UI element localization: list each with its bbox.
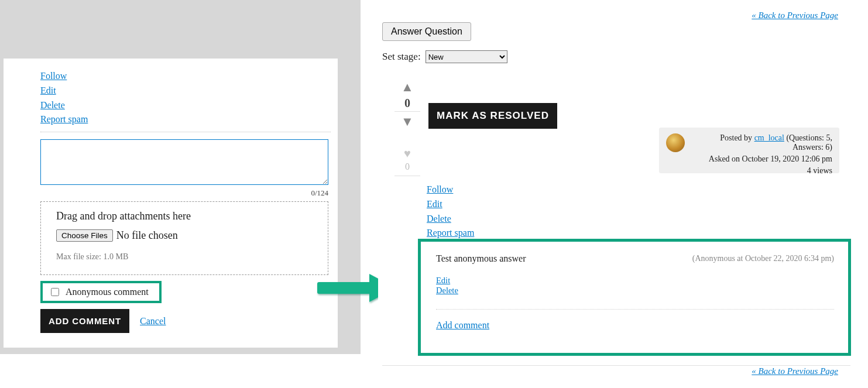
svg-rect-0: [317, 282, 371, 294]
divider: [40, 132, 331, 132]
comment-textarea[interactable]: [40, 139, 328, 185]
posted-by-line: Posted by cm_local (Questions: 5, Answer…: [689, 133, 832, 152]
asked-on: Asked on October 19, 2020 12:06 pm: [689, 154, 832, 164]
favorite-icon[interactable]: ♥: [394, 147, 420, 160]
set-stage-label: Set stage:: [382, 51, 421, 63]
answer-question-button[interactable]: Answer Question: [382, 22, 471, 41]
downvote-icon[interactable]: ▼: [394, 115, 420, 128]
choose-files-button[interactable]: Choose Files: [56, 229, 113, 242]
follow-link[interactable]: Follow: [427, 183, 474, 197]
views-count: 4 views: [689, 166, 832, 176]
divider: [382, 365, 850, 366]
right-panel: « Back to Previous Page Answer Question …: [378, 0, 858, 386]
question-actions: Follow Edit Delete Report spam: [427, 183, 474, 241]
file-status: No file chosen: [116, 229, 178, 242]
author-link[interactable]: cm_local: [754, 133, 784, 142]
report-spam-link[interactable]: Report spam: [40, 112, 331, 127]
anonymous-label: Anonymous comment: [66, 287, 149, 297]
answer-delete-link[interactable]: Delete: [436, 286, 834, 296]
back-to-previous-bottom[interactable]: « Back to Previous Page: [752, 366, 838, 376]
attachment-dropzone[interactable]: Drag and drop attachments here Choose Fi…: [40, 201, 328, 275]
attachment-heading: Drag and drop attachments here: [56, 210, 313, 222]
upvote-icon[interactable]: ▲: [394, 81, 420, 94]
stage-select[interactable]: New: [426, 50, 507, 63]
left-region: Follow Edit Delete Report spam 0/124 Dra…: [0, 0, 361, 354]
answer-title: Test anonymous answer: [436, 253, 526, 264]
vote-column: ▲ 0 ▼ ♥ 0: [394, 81, 420, 176]
vote-count: 0: [394, 96, 420, 112]
answer-meta: (Anonymous at October 22, 2020 6:34 pm): [692, 254, 834, 263]
back-to-previous-top[interactable]: « Back to Previous Page: [752, 11, 838, 20]
edit-link[interactable]: Edit: [40, 84, 331, 98]
answer-edit-link[interactable]: Edit: [436, 276, 834, 286]
add-comment-link[interactable]: Add comment: [436, 320, 489, 331]
edit-link[interactable]: Edit: [427, 197, 474, 212]
char-count: 0/124: [40, 188, 328, 198]
anonymous-comment-toggle[interactable]: Anonymous comment: [40, 281, 162, 303]
avatar: [666, 133, 685, 152]
favorite-count: 0: [394, 162, 420, 176]
cancel-link[interactable]: Cancel: [140, 316, 166, 327]
anonymous-checkbox[interactable]: [51, 288, 59, 296]
mark-as-resolved-button[interactable]: Mark as Resolved: [428, 103, 557, 129]
divider: [436, 309, 834, 310]
comment-card: Follow Edit Delete Report spam 0/124 Dra…: [4, 59, 338, 348]
max-file-size: Max file size: 1.0 MB: [56, 252, 313, 262]
add-comment-button[interactable]: Add Comment: [40, 309, 129, 333]
delete-link[interactable]: Delete: [40, 98, 331, 113]
delete-link[interactable]: Delete: [427, 212, 474, 226]
follow-link[interactable]: Follow: [40, 69, 331, 84]
post-meta-box: Posted by cm_local (Questions: 5, Answer…: [659, 128, 839, 173]
answer-box: Test anonymous answer (Anonymous at Octo…: [418, 239, 851, 356]
